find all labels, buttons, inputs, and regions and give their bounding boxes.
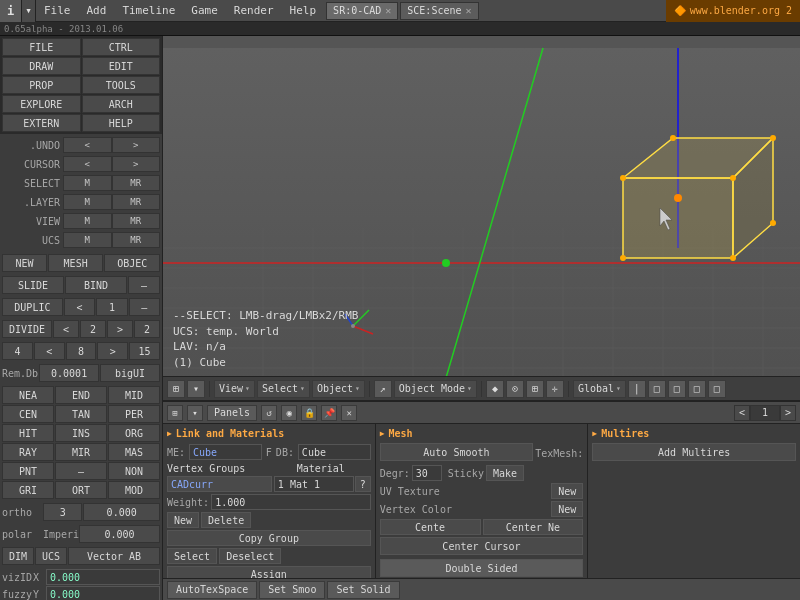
btn-vc-new[interactable]: New xyxy=(551,501,583,517)
btn-objec[interactable]: OBJEC xyxy=(104,254,160,272)
panels-eye-icon[interactable]: ◉ xyxy=(281,405,297,421)
snap-per[interactable]: PER xyxy=(108,405,160,423)
btn-select-vg[interactable]: Select xyxy=(167,548,217,564)
nav-layer-mr[interactable]: MR xyxy=(112,194,161,210)
nav-layer-m[interactable]: M xyxy=(63,194,112,210)
snap-tan[interactable]: TAN xyxy=(55,405,107,423)
btn-deselect-vg[interactable]: Deselect xyxy=(219,548,281,564)
weight-val-field[interactable]: 1.000 xyxy=(211,494,371,510)
vp-cursor-icon[interactable]: ✛ xyxy=(546,380,564,398)
btn-add-multires[interactable]: Add Multires xyxy=(592,443,796,461)
sidebar-draw[interactable]: DRAW xyxy=(2,57,81,75)
tab-scene-close[interactable]: ✕ xyxy=(466,5,472,16)
vp-mode-dropdown[interactable]: Object Mode ▾ xyxy=(394,380,477,398)
sidebar-arch[interactable]: ARCH xyxy=(82,95,161,113)
snap-org[interactable]: ORG xyxy=(108,424,160,442)
blender-url[interactable]: 🔶 www.blender.org 2 xyxy=(666,0,800,22)
bigui-btn[interactable]: bigUI xyxy=(100,364,160,382)
btn-center-cursor[interactable]: Center Cursor xyxy=(380,537,584,555)
sidebar-ctrl[interactable]: CTRL xyxy=(82,38,161,56)
btn-make[interactable]: Make xyxy=(486,465,524,481)
vp-material-icon[interactable]: ◆ xyxy=(486,380,504,398)
panels-refresh-icon[interactable]: ↺ xyxy=(261,405,277,421)
vp-global-dropdown[interactable]: Global ▾ xyxy=(573,380,626,398)
vg-name-field[interactable]: CADcurr xyxy=(167,476,272,492)
nav-select-m[interactable]: M xyxy=(63,175,112,191)
btn-center-ne[interactable]: Center Ne xyxy=(483,519,584,535)
snap-end[interactable]: END xyxy=(55,386,107,404)
snap-mir[interactable]: MIR xyxy=(55,443,107,461)
tab-sr0cad[interactable]: SR:0-CAD ✕ xyxy=(326,2,398,20)
panels-next[interactable]: > xyxy=(780,405,796,421)
me-val[interactable]: Cube xyxy=(189,444,262,460)
vector-ab-btn[interactable]: Vector AB xyxy=(68,547,160,565)
panels-x-icon[interactable]: ✕ xyxy=(341,405,357,421)
nav-ucs-mr[interactable]: MR xyxy=(112,232,161,248)
menu-render[interactable]: Render xyxy=(226,2,282,19)
btn-uv-new[interactable]: New xyxy=(551,483,583,499)
vp-camera-icon[interactable]: ⊙ xyxy=(506,380,524,398)
divide2-next[interactable]: > xyxy=(97,342,128,360)
snap-mod[interactable]: MOD xyxy=(108,481,160,499)
vizid-x-val[interactable]: 0.000 xyxy=(46,569,160,585)
panels-grid-icon[interactable]: ⊞ xyxy=(167,405,183,421)
mat-q-btn[interactable]: ? xyxy=(355,476,371,492)
vp-grid2-icon[interactable]: ⊞ xyxy=(526,380,544,398)
btn-bind[interactable]: BIND xyxy=(65,276,127,294)
menu-help[interactable]: Help xyxy=(282,2,325,19)
btn-delete-vg[interactable]: Delete xyxy=(201,512,251,528)
btn-center[interactable]: Cente xyxy=(380,519,481,535)
remdb-val[interactable]: 0.0001 xyxy=(39,364,99,382)
btn-autotex[interactable]: AutoTexSpace xyxy=(167,581,257,599)
vp-grid-icon[interactable]: ⊞ xyxy=(167,380,185,398)
polar-val[interactable]: 0.000 xyxy=(79,525,160,543)
nav-view-m[interactable]: M xyxy=(63,213,112,229)
btn-set-smoo[interactable]: Set Smoo xyxy=(259,581,325,599)
nav-cursor-next[interactable]: > xyxy=(112,156,161,172)
snap-ins[interactable]: INS xyxy=(55,424,107,442)
snap-cen[interactable]: CEN xyxy=(2,405,54,423)
vp-btn3[interactable]: □ xyxy=(668,380,686,398)
snap-hit[interactable]: HIT xyxy=(2,424,54,442)
panels-prev[interactable]: < xyxy=(734,405,750,421)
vp-btn2[interactable]: □ xyxy=(648,380,666,398)
fuzzy-y-val[interactable]: 0.000 xyxy=(46,586,160,600)
sidebar-edit[interactable]: EDIT xyxy=(82,57,161,75)
nav-undo-next[interactable]: > xyxy=(112,137,161,153)
panels-btn[interactable]: Panels xyxy=(207,405,257,421)
sidebar-file[interactable]: FILE xyxy=(2,38,81,56)
menu-file[interactable]: File xyxy=(36,2,79,19)
mat-num-field[interactable]: 1 Mat 1 xyxy=(274,476,354,492)
sidebar-tools[interactable]: TOOLS xyxy=(82,76,161,94)
vp-transform-icon[interactable]: ↗ xyxy=(374,380,392,398)
multires-arrow[interactable]: ▶ xyxy=(592,429,597,438)
btn-dash1[interactable]: – xyxy=(128,276,160,294)
snap-ort[interactable]: ORT xyxy=(55,481,107,499)
nav-view-mr[interactable]: MR xyxy=(112,213,161,229)
ucs-btn[interactable]: UCS xyxy=(35,547,67,565)
btn-copy-group[interactable]: Copy Group xyxy=(167,530,371,546)
sidebar-extern[interactable]: EXTERN xyxy=(2,114,81,132)
duplic-prev[interactable]: < xyxy=(64,298,95,316)
lm-arrow[interactable]: ▶ xyxy=(167,429,172,438)
snap-ray[interactable]: RAY xyxy=(2,443,54,461)
snap-non[interactable]: NON xyxy=(108,462,160,480)
nav-cursor-prev[interactable]: < xyxy=(63,156,112,172)
btn-double-sided[interactable]: Double Sided xyxy=(380,559,584,577)
btn-set-solid[interactable]: Set Solid xyxy=(327,581,399,599)
snap-pnt[interactable]: PNT xyxy=(2,462,54,480)
blender-icon[interactable]: i xyxy=(0,0,22,22)
ortho-num[interactable]: 0.000 xyxy=(83,503,160,521)
panels-pin-icon[interactable]: 📌 xyxy=(321,405,337,421)
degr-val[interactable]: 30 xyxy=(412,465,442,481)
nav-select-mr[interactable]: MR xyxy=(112,175,161,191)
btn-mesh[interactable]: MESH xyxy=(48,254,104,272)
snap-mid[interactable]: MID xyxy=(108,386,160,404)
divide-next[interactable]: > xyxy=(107,320,133,338)
tab-scene[interactable]: SCE:Scene ✕ xyxy=(400,2,478,20)
panels-arrow-icon[interactable]: ▾ xyxy=(187,405,203,421)
vp-view-dropdown[interactable]: View ▾ xyxy=(214,380,255,398)
db-val[interactable]: Cube xyxy=(298,444,371,460)
tab-sr0cad-close[interactable]: ✕ xyxy=(385,5,391,16)
vp-btn5[interactable]: □ xyxy=(708,380,726,398)
